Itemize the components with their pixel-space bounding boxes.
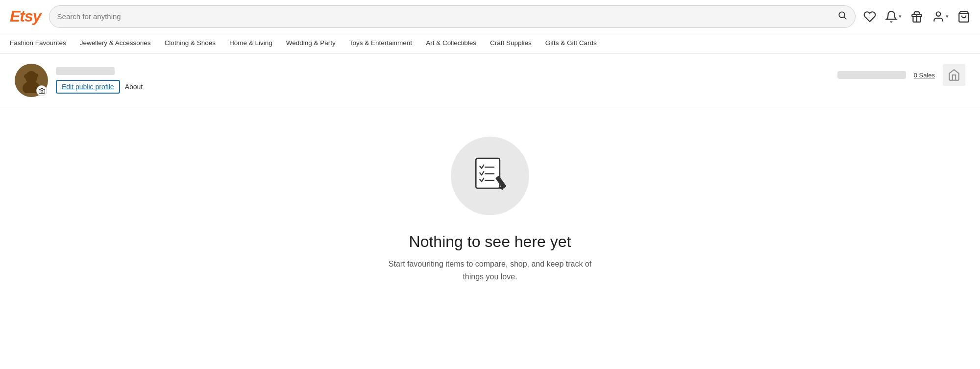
checklist-icon <box>468 154 512 198</box>
svg-line-1 <box>844 17 847 20</box>
svg-point-8 <box>34 74 38 77</box>
empty-state-subtitle: Start favouriting items to compare, shop… <box>387 258 593 283</box>
search-bar <box>49 5 856 28</box>
etsy-logo[interactable]: Etsy <box>10 7 41 25</box>
profile-info: Edit public profile About <box>56 67 143 94</box>
account-button[interactable]: ▾ <box>932 10 949 23</box>
sales-count[interactable]: 0 Sales <box>914 72 935 79</box>
profile-section: Edit public profile About 0 Sales <box>0 54 980 107</box>
camera-badge[interactable] <box>36 85 47 96</box>
notifications-button[interactable]: ▾ <box>885 10 902 23</box>
sales-info-blurred <box>837 71 906 79</box>
account-chevron: ▾ <box>946 13 949 20</box>
nav-item-wedding[interactable]: Wedding & Party <box>279 33 343 53</box>
nav-item-clothing[interactable]: Clothing & Shoes <box>158 33 222 53</box>
cart-button[interactable] <box>957 10 970 23</box>
main-nav: Fashion Favourites Jewellery & Accessori… <box>0 33 980 54</box>
nav-item-gifts[interactable]: Gifts & Gift Cards <box>539 33 604 53</box>
svg-point-3 <box>936 12 941 16</box>
main-content: Nothing to see here yet Start favouritin… <box>0 107 980 302</box>
search-input[interactable] <box>57 12 837 21</box>
svg-point-9 <box>41 90 43 92</box>
profile-actions: Edit public profile About <box>56 80 143 94</box>
notifications-chevron: ▾ <box>899 13 902 20</box>
shop-icon[interactable] <box>943 64 965 86</box>
nav-item-jewellery[interactable]: Jewellery & Accessories <box>73 33 158 53</box>
nav-item-craft[interactable]: Craft Supplies <box>483 33 539 53</box>
header-icons: ▾ ▾ <box>863 10 970 23</box>
avatar-wrapper <box>15 64 48 97</box>
nav-item-toys[interactable]: Toys & Entertainment <box>343 33 419 53</box>
profile-left: Edit public profile About <box>15 64 143 97</box>
profile-right: 0 Sales <box>837 64 965 86</box>
edit-profile-button[interactable]: Edit public profile <box>56 80 120 94</box>
profile-name-blurred <box>56 67 115 75</box>
svg-point-0 <box>839 12 845 18</box>
favorites-button[interactable] <box>863 10 876 23</box>
search-icon[interactable] <box>837 10 847 23</box>
empty-state-title: Nothing to see here yet <box>409 233 571 251</box>
nav-item-art[interactable]: Art & Collectibles <box>419 33 483 53</box>
nav-item-home[interactable]: Home & Living <box>222 33 279 53</box>
header: Etsy ▾ <box>0 0 980 33</box>
gift-button[interactable] <box>910 10 923 23</box>
svg-point-7 <box>24 74 29 79</box>
empty-state-illustration <box>451 137 529 215</box>
about-link[interactable]: About <box>125 83 143 91</box>
nav-item-fashion[interactable]: Fashion Favourites <box>10 33 73 53</box>
